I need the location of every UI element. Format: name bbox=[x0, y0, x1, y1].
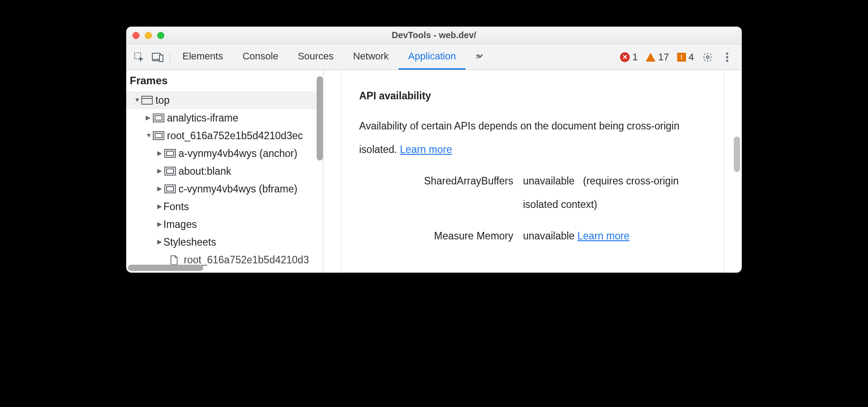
tree-label: top bbox=[155, 94, 170, 106]
iframe-icon bbox=[153, 113, 164, 122]
frames-tree: ▼ top ▶ analytics-iframe ▼ bbox=[126, 91, 323, 273]
svg-rect-15 bbox=[167, 151, 174, 156]
settings-button[interactable] bbox=[699, 49, 716, 66]
tree-item[interactable]: ▶ analytics-iframe bbox=[126, 109, 323, 127]
tree-item-fonts[interactable]: ▶ Fonts bbox=[126, 198, 323, 215]
more-options-button[interactable] bbox=[719, 49, 736, 66]
iframe-icon bbox=[164, 149, 176, 158]
tree-item[interactable]: ▶ about:blank bbox=[126, 162, 323, 180]
tree-item[interactable]: ▶ a-vynmy4vb4wys (anchor) bbox=[126, 145, 323, 162]
titlebar: DevTools - web.dev/ bbox=[126, 27, 742, 44]
expand-arrow-icon[interactable]: ▶ bbox=[157, 167, 163, 174]
sidebar-header: Frames bbox=[126, 70, 323, 91]
expand-arrow-icon[interactable]: ▼ bbox=[146, 132, 152, 139]
tree-label: Images bbox=[163, 219, 197, 231]
value-text: unavailable bbox=[523, 230, 574, 242]
api-label: SharedArrayBuffers bbox=[359, 169, 523, 216]
toolbar-right: ✕ 1 17 ! 4 bbox=[617, 49, 738, 66]
svg-rect-8 bbox=[142, 96, 152, 104]
iframe-icon bbox=[164, 167, 176, 176]
expand-arrow-icon[interactable]: ▶ bbox=[157, 220, 163, 227]
minimize-window-button[interactable] bbox=[145, 32, 152, 39]
window-title: DevTools - web.dev/ bbox=[126, 30, 742, 40]
expand-arrow-icon[interactable]: ▶ bbox=[157, 203, 163, 210]
tab-network[interactable]: Network bbox=[343, 44, 399, 70]
warning-icon bbox=[646, 53, 655, 62]
sidebar-horizontal-scrollbar[interactable] bbox=[128, 265, 203, 271]
expand-arrow-icon[interactable]: ▶ bbox=[157, 185, 163, 192]
learn-more-link[interactable]: Learn more bbox=[577, 230, 630, 242]
iframe-icon bbox=[164, 184, 176, 193]
svg-point-4 bbox=[706, 56, 709, 59]
error-icon: ✕ bbox=[620, 52, 630, 62]
tab-console[interactable]: Console bbox=[233, 44, 288, 70]
panel-tabs: Elements Console Sources Network Applica… bbox=[173, 44, 491, 70]
section-title: API availability bbox=[359, 90, 706, 102]
api-value: unavailable (requires cross-origin isola… bbox=[523, 169, 706, 216]
devtools-window: DevTools - web.dev/ Elements Console Sou… bbox=[126, 27, 742, 273]
tree-label: Fonts bbox=[163, 201, 189, 213]
errors-badge[interactable]: ✕ 1 bbox=[617, 51, 640, 63]
errors-count: 1 bbox=[632, 51, 638, 63]
inspect-element-icon[interactable] bbox=[130, 48, 148, 67]
tree-item-top[interactable]: ▼ top bbox=[126, 91, 323, 109]
expand-arrow-icon[interactable]: ▶ bbox=[157, 238, 163, 245]
tab-elements[interactable]: Elements bbox=[173, 44, 233, 70]
issue-icon: ! bbox=[677, 53, 686, 62]
expand-arrow-icon[interactable]: ▶ bbox=[157, 149, 163, 157]
main-vertical-scrollbar[interactable] bbox=[734, 137, 740, 172]
close-window-button[interactable] bbox=[132, 32, 140, 39]
window-frame-icon bbox=[141, 96, 153, 105]
devtools-toolbar: Elements Console Sources Network Applica… bbox=[126, 44, 742, 70]
tree-label: Stylesheets bbox=[163, 236, 216, 248]
iframe-icon bbox=[153, 131, 164, 140]
learn-more-link[interactable]: Learn more bbox=[400, 144, 452, 155]
expand-arrow-icon[interactable]: ▼ bbox=[134, 96, 140, 103]
sidebar-vertical-scrollbar[interactable] bbox=[317, 76, 323, 160]
document-icon bbox=[170, 255, 181, 264]
tree-label: about:blank bbox=[178, 165, 231, 177]
more-tabs-button[interactable]: » bbox=[465, 44, 490, 70]
api-label: Measure Memory bbox=[359, 224, 523, 248]
tree-label: root_616a752e1b5d4210d3ec bbox=[167, 130, 303, 142]
tab-sources[interactable]: Sources bbox=[288, 44, 343, 70]
svg-rect-11 bbox=[155, 116, 162, 120]
issues-count: 4 bbox=[689, 51, 694, 63]
api-value: unavailable Learn more bbox=[523, 224, 706, 248]
warnings-count: 17 bbox=[658, 51, 669, 63]
tree-item-images[interactable]: ▶ Images bbox=[126, 215, 323, 233]
maximize-window-button[interactable] bbox=[157, 32, 164, 39]
svg-point-6 bbox=[726, 56, 728, 58]
toolbar-separator bbox=[170, 51, 170, 63]
tree-label: analytics-iframe bbox=[167, 112, 238, 124]
value-text: unavailable bbox=[523, 175, 574, 187]
svg-point-7 bbox=[726, 59, 728, 62]
svg-rect-3 bbox=[159, 55, 163, 62]
api-table: SharedArrayBuffers unavailable (requires… bbox=[359, 169, 706, 248]
section-description: Availability of certain APIs depends on … bbox=[359, 114, 706, 161]
api-availability-section: API availability Availability of certain… bbox=[341, 70, 724, 272]
window-controls bbox=[132, 32, 164, 39]
content-area: Frames ▼ top ▶ analytics-iframe bbox=[126, 70, 742, 273]
tree-label: c-vynmy4vb4wys (bframe) bbox=[178, 183, 297, 195]
tree-label: a-vynmy4vb4wys (anchor) bbox=[178, 148, 297, 160]
tree-item-stylesheets[interactable]: ▶ Stylesheets bbox=[126, 233, 323, 251]
device-toolbar-icon[interactable] bbox=[148, 48, 167, 67]
tree-item[interactable]: ▼ root_616a752e1b5d4210d3ec bbox=[126, 127, 323, 145]
svg-point-5 bbox=[726, 52, 728, 55]
tree-label: root_616a752e1b5d4210d3 bbox=[184, 254, 309, 266]
svg-rect-17 bbox=[167, 169, 174, 173]
main-panel: API availability Availability of certain… bbox=[323, 70, 742, 273]
tab-application[interactable]: Application bbox=[399, 44, 466, 70]
warnings-badge[interactable]: 17 bbox=[643, 51, 671, 63]
tree-item[interactable]: ▶ c-vynmy4vb4wys (bframe) bbox=[126, 180, 323, 198]
issues-badge[interactable]: ! 4 bbox=[674, 51, 697, 63]
svg-rect-19 bbox=[167, 187, 174, 191]
svg-rect-13 bbox=[155, 133, 162, 138]
expand-arrow-icon[interactable]: ▶ bbox=[146, 114, 152, 121]
frames-sidebar: Frames ▼ top ▶ analytics-iframe bbox=[126, 70, 323, 273]
